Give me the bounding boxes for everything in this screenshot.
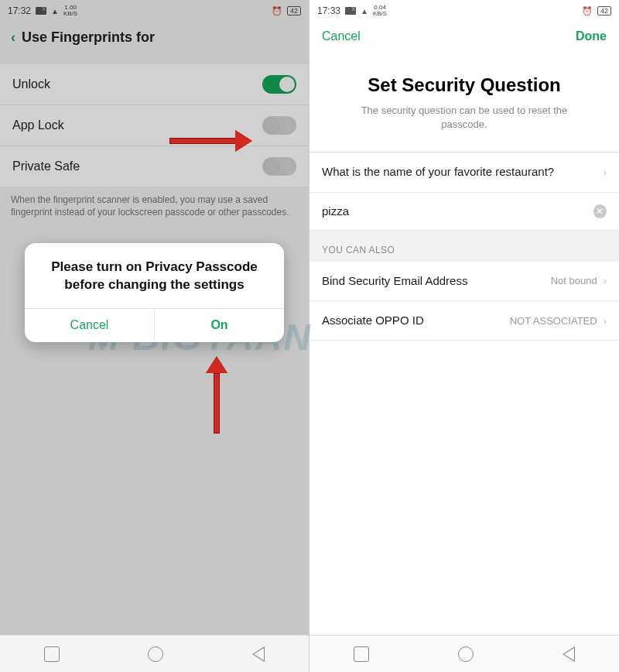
row-value: Not bound	[551, 275, 597, 286]
bind-email-row[interactable]: Bind Security Email Address Not bound ›	[310, 262, 619, 301]
back-icon[interactable]: ‹	[11, 29, 15, 46]
row-label: Associate OPPO ID	[322, 313, 510, 328]
annotation-arrow-on	[206, 356, 227, 434]
row-value: NOT ASSOCIATED	[510, 315, 597, 327]
alarm-icon	[272, 5, 282, 16]
security-answer-field[interactable]: ✕	[310, 193, 619, 231]
dialog-cancel-button[interactable]: Cancel	[25, 309, 154, 342]
cancel-button[interactable]: Cancel	[322, 29, 361, 43]
sim-icon	[345, 7, 356, 15]
setting-label: App Lock	[12, 118, 64, 132]
section-header: YOU CAN ALSO	[310, 231, 619, 262]
toggle-switch[interactable]	[262, 75, 296, 94]
android-navbar	[0, 635, 309, 672]
dialog-on-button[interactable]: On	[154, 309, 284, 342]
nav-recents-icon[interactable]	[44, 646, 60, 662]
toggle-switch[interactable]	[262, 157, 296, 176]
setting-row-privatesafe[interactable]: Private Safe	[0, 146, 309, 187]
clear-icon[interactable]: ✕	[593, 204, 607, 218]
wifi-icon	[361, 5, 368, 16]
battery-indicator: 42	[287, 6, 301, 15]
answer-input[interactable]	[322, 204, 593, 218]
left-screenshot: 17:32 1.00KB/S 42 ‹ Use Fingerprints for…	[0, 0, 310, 672]
associate-oppo-row[interactable]: Associate OPPO ID NOT ASSOCIATED ›	[310, 301, 619, 341]
page-subtitle: The security question can be used to res…	[310, 96, 619, 152]
chevron-right-icon: ›	[604, 166, 607, 178]
network-speed: 1.00KB/S	[63, 5, 77, 17]
network-speed: 0.04KB/S	[373, 5, 387, 17]
setting-row-unlock[interactable]: Unlock	[0, 64, 309, 105]
wifi-icon	[51, 5, 59, 16]
status-time: 17:33	[317, 5, 340, 16]
setting-label: Private Safe	[12, 159, 80, 173]
sim-icon	[36, 7, 46, 15]
toggle-switch[interactable]	[262, 116, 296, 135]
page-title: Use Fingerprints for	[22, 29, 155, 46]
modal-header: Cancel Done	[310, 22, 619, 48]
status-time: 17:32	[8, 5, 31, 16]
chevron-right-icon: ›	[604, 275, 607, 286]
row-label: Bind Security Email Address	[322, 273, 551, 289]
footnote-text: When the fingerprint scanner is enabled,…	[0, 187, 309, 228]
page-title: Set Security Question	[310, 48, 619, 96]
nav-home-icon[interactable]	[458, 646, 474, 662]
tutorial-composite: 17:32 1.00KB/S 42 ‹ Use Fingerprints for…	[0, 0, 619, 672]
nav-home-icon[interactable]	[148, 646, 163, 662]
nav-back-icon[interactable]	[563, 646, 575, 662]
android-navbar	[310, 635, 619, 672]
security-question-selector[interactable]: What is the name of your favorite restau…	[310, 153, 619, 192]
page-header: ‹ Use Fingerprints for	[0, 22, 309, 57]
battery-indicator: 42	[597, 6, 611, 15]
setting-label: Unlock	[12, 77, 50, 91]
done-button[interactable]: Done	[576, 29, 607, 43]
question-label: What is the name of your favorite restau…	[322, 164, 597, 180]
nav-back-icon[interactable]	[252, 646, 265, 662]
dialog-message: Please turn on Privacy Passcode before c…	[25, 243, 284, 308]
nav-recents-icon[interactable]	[354, 646, 369, 662]
chevron-right-icon: ›	[604, 315, 607, 327]
status-bar: 17:32 1.00KB/S 42	[0, 0, 309, 22]
alarm-icon	[582, 5, 593, 16]
setting-row-applock[interactable]: App Lock	[0, 105, 309, 146]
privacy-passcode-dialog: Please turn on Privacy Passcode before c…	[25, 243, 284, 342]
right-screenshot: 17:33 0.04KB/S 42 Cancel Done Set Securi…	[310, 0, 619, 672]
status-bar: 17:33 0.04KB/S 42	[310, 0, 619, 22]
